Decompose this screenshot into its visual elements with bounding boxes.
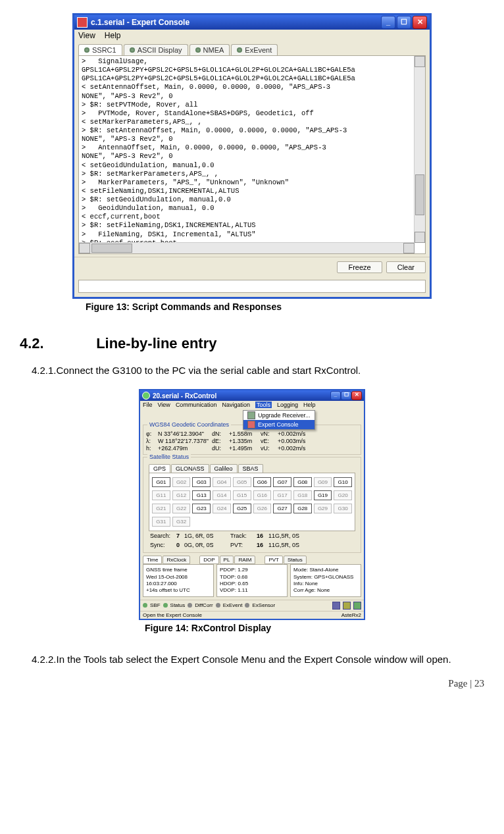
title-bar[interactable]: 20.serial - RxControl _ ☐ ✕ [140, 390, 364, 401]
sat-cell[interactable]: G01 [152, 477, 170, 487]
sat-cell[interactable]: G15 [233, 490, 251, 500]
close-button[interactable]: ✕ [351, 391, 362, 400]
menu-help[interactable]: Help [303, 402, 316, 408]
scroll-up-icon[interactable] [415, 56, 425, 67]
dropdown-expert-console[interactable]: Expert Console [243, 420, 315, 429]
btab-raim[interactable]: RAIM [234, 556, 255, 564]
menu-view[interactable]: View [78, 31, 95, 40]
btab-status[interactable]: Status [284, 556, 307, 564]
console-output: > SignalUsage, GPSL1CA+GPSL2PY+GPSL2C+GP… [78, 55, 426, 254]
sat-cell[interactable]: G17 [273, 490, 291, 500]
sat-cell[interactable]: G31 [152, 517, 170, 527]
tab-nmea[interactable]: NMEA [189, 44, 230, 55]
sat-cell[interactable]: G11 [152, 490, 170, 500]
tab-gps[interactable]: GPS [149, 464, 170, 473]
sat-cell[interactable]: G28 [293, 504, 312, 513]
sat-cell[interactable]: G14 [213, 490, 231, 500]
tab-ascii[interactable]: ASCII Display [124, 44, 188, 55]
value-du: +1.495m [229, 445, 258, 452]
sat-cell[interactable]: G32 [172, 517, 191, 527]
menu-navigation[interactable]: Navigation [222, 402, 250, 408]
time-box: GNSS time frame Wed 15-Oct-2008 16:03:27… [143, 564, 214, 597]
pvt-box: Mode: Stand-Alone System: GPS+GLONASS In… [290, 564, 361, 597]
status-bar: SBF Status DiffCorr ExEvent ExSensor [140, 600, 364, 611]
label-du: dU: [212, 445, 226, 452]
sat-cell[interactable]: G22 [172, 504, 191, 513]
sat-cell[interactable]: G29 [314, 504, 332, 513]
btab-dop[interactable]: DOP [199, 556, 218, 564]
maximize-button[interactable]: ☐ [341, 391, 351, 400]
sat-cell[interactable]: G02 [172, 477, 191, 487]
sat-cell[interactable]: G09 [314, 477, 332, 487]
tab-galileo[interactable]: Galileo [210, 464, 238, 473]
sat-cell[interactable]: G26 [253, 504, 272, 513]
footer-left: Open the Expert Console [143, 612, 202, 618]
satellite-group: Satellite Status GPS GLONASS Galileo SBA… [143, 457, 361, 553]
sat-cell[interactable]: G06 [253, 477, 272, 487]
btab-time[interactable]: Time [143, 556, 162, 564]
horizontal-scrollbar[interactable] [79, 242, 415, 253]
sat-cell[interactable]: G10 [334, 477, 352, 487]
vertical-scrollbar[interactable] [414, 56, 425, 243]
menu-view[interactable]: View [158, 402, 170, 408]
button-row: Freeze Clear [74, 257, 430, 277]
sat-cell[interactable]: G05 [233, 477, 251, 487]
sat-cell[interactable]: G24 [213, 504, 231, 513]
close-button[interactable]: ✕ [413, 16, 427, 29]
sat-grid: G01G02G03G04G05G06G07G08G09G10G11G12G13G… [149, 473, 355, 531]
dropdown-upgrade[interactable]: Upgrade Receiver... [243, 411, 315, 420]
sat-cell[interactable]: G23 [192, 504, 211, 513]
scroll-thumb[interactable] [91, 244, 132, 253]
btab-pl[interactable]: PL [220, 556, 234, 564]
value-de: +1.335m [229, 438, 258, 444]
status-dot-icon [143, 603, 147, 608]
sat-cell[interactable]: G20 [334, 490, 352, 500]
clear-button[interactable]: Clear [386, 261, 426, 273]
menu-logging[interactable]: Logging [277, 402, 298, 408]
save-icon[interactable] [332, 602, 340, 610]
tab-glonass[interactable]: GLONASS [171, 464, 209, 473]
sat-cell[interactable]: G25 [233, 504, 251, 513]
menu-communication[interactable]: Communication [176, 402, 217, 408]
sat-cell[interactable]: G19 [314, 490, 332, 500]
tab-exevent[interactable]: ExEvent [231, 44, 278, 55]
freeze-button[interactable]: Freeze [337, 261, 382, 273]
sat-cell[interactable]: G03 [192, 477, 211, 487]
command-input[interactable] [78, 280, 426, 293]
scroll-right-icon[interactable] [403, 243, 415, 253]
scroll-down-icon[interactable] [415, 232, 425, 243]
sat-cell[interactable]: G30 [334, 504, 352, 513]
sat-cell[interactable]: G21 [152, 504, 170, 513]
btab-pvt[interactable]: PVT [265, 556, 283, 564]
menu-help[interactable]: Help [105, 31, 121, 40]
btab-rxclock[interactable]: RxClock [163, 556, 190, 564]
sat-cell[interactable]: G12 [172, 490, 191, 500]
label-lambda: λ: [146, 438, 155, 444]
scroll-left-icon[interactable] [79, 243, 90, 253]
status-dot-icon [216, 603, 220, 608]
tab-sbas[interactable]: SBAS [238, 464, 263, 473]
sat-cell[interactable]: G07 [273, 477, 291, 487]
sat-cell[interactable]: G16 [253, 490, 272, 500]
minimize-button[interactable]: _ [330, 391, 341, 400]
sat-cell[interactable]: G04 [213, 477, 231, 487]
scroll-thumb[interactable] [415, 174, 424, 215]
menu-tools[interactable]: Tools [255, 402, 272, 408]
minimize-button[interactable]: _ [381, 16, 395, 29]
menu-bar: View Help [74, 30, 430, 41]
sync-line: Sync: 0 0G, 0R, 0S PVT: 16 11G,5R, 0S [146, 540, 358, 550]
sat-cell[interactable]: G27 [273, 504, 291, 513]
label-de: dE: [212, 438, 226, 444]
maximize-button[interactable]: ☐ [397, 16, 411, 29]
tab-ssrc1[interactable]: SSRC1 [78, 44, 122, 55]
sat-cell[interactable]: G18 [293, 490, 312, 500]
signal-icon[interactable] [353, 602, 361, 610]
value-dn: +1.558m [229, 430, 258, 437]
sat-cell[interactable]: G08 [293, 477, 312, 487]
title-bar[interactable]: c.1.serial - Expert Console _ ☐ ✕ [74, 15, 430, 30]
sat-cell[interactable]: G13 [192, 490, 211, 500]
sat-tabs: GPS GLONASS Galileo SBAS [146, 464, 358, 473]
disk-icon[interactable] [343, 602, 351, 610]
value-h: +262.479m [158, 445, 209, 452]
menu-file[interactable]: File [143, 402, 153, 408]
